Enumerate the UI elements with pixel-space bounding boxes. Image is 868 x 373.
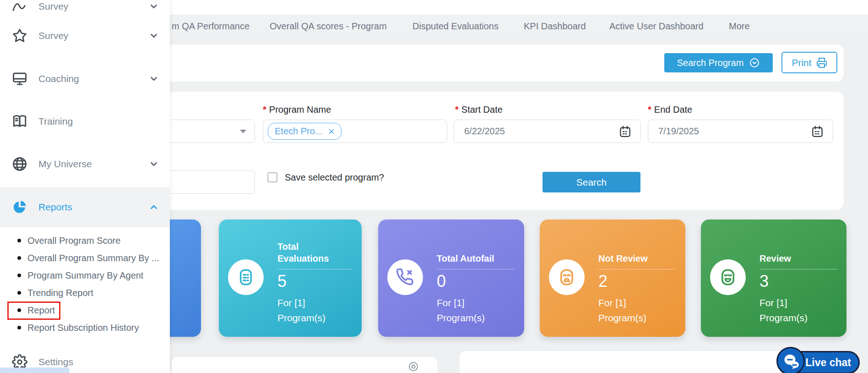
sidebar-item-label: Survey xyxy=(38,1,149,12)
end-date-input[interactable]: 7/19/2025 xyxy=(648,120,833,143)
happy-face-icon xyxy=(710,259,746,295)
live-chat-label: Live chat xyxy=(805,357,851,369)
start-date-input[interactable]: 6/22/2025 xyxy=(454,120,641,143)
bullet-icon xyxy=(17,291,21,295)
sidebar-item-label: My Universe xyxy=(38,159,149,170)
sidebar-item-label: Coaching xyxy=(38,73,149,84)
stat-divider xyxy=(437,269,515,269)
print-label: Print xyxy=(792,57,811,68)
sad-face-icon xyxy=(549,259,585,295)
hidden-left-select[interactable] xyxy=(156,120,255,143)
save-program-checkbox-label: Save selected program? xyxy=(285,172,384,183)
stat-value: 5 xyxy=(277,272,353,291)
stat-title: Not Review xyxy=(598,240,665,264)
globe-icon xyxy=(12,156,27,172)
phone-x-icon xyxy=(387,259,423,295)
sidebar-item-survey-partial[interactable]: Survey xyxy=(0,0,170,19)
stat-divider xyxy=(277,269,353,269)
sidebar-item-training[interactable]: Training xyxy=(0,109,170,134)
sidebar-item-coaching[interactable]: Coaching xyxy=(0,66,170,92)
stat-divider xyxy=(760,269,837,269)
chevron-down-icon xyxy=(149,31,159,41)
stat-subtitle: For [1]Program(s) xyxy=(277,295,353,325)
report-highlight-box xyxy=(7,302,60,320)
chip-close-icon[interactable] xyxy=(328,128,335,135)
save-program-checkbox[interactable] xyxy=(267,172,277,182)
sidebar: Survey Survey Coaching xyxy=(0,0,170,373)
tab-active-user-dashboard[interactable]: Active User Dashboard xyxy=(609,15,704,38)
stat-title: Review xyxy=(760,240,826,264)
required-asterisk: * xyxy=(263,104,266,115)
sidebar-item-label: Training xyxy=(38,116,170,127)
bottom-left-card xyxy=(172,357,437,373)
stat-value: 3 xyxy=(760,272,837,291)
chevron-circle-down-icon xyxy=(749,57,760,68)
stat-card-total-evaluations: Total Evaluations 5 For [1]Program(s) xyxy=(219,219,362,337)
bullet-icon xyxy=(17,326,21,329)
tab-kpi-dashboard[interactable]: KPI Dashboard xyxy=(524,15,586,38)
search-form-card: * Program Name * Start Date * End Date E… xyxy=(156,92,844,210)
dropdown-caret-icon xyxy=(240,130,246,133)
stat-card-not-review: Not Review 2 For [1]Program(s) xyxy=(540,219,685,337)
stat-title: Total Autofail xyxy=(437,240,503,264)
app-screen: m QA Performance Overall QA scores - Pro… xyxy=(0,0,868,373)
stat-title: Total Evaluations xyxy=(277,240,344,264)
chevron-up-icon xyxy=(149,202,159,212)
pulse-icon xyxy=(12,0,27,14)
print-button[interactable]: Print xyxy=(781,52,837,73)
tab-team-qa-performance[interactable]: m QA Performance xyxy=(172,15,250,38)
bullet-icon xyxy=(17,256,21,260)
start-date-label: * Start Date xyxy=(455,104,503,115)
calendar-icon[interactable] xyxy=(811,125,824,137)
target-icon[interactable] xyxy=(408,361,419,372)
required-asterisk: * xyxy=(648,104,651,115)
required-asterisk: * xyxy=(455,104,459,115)
submenu-overall-program-score[interactable]: Overall Program Score xyxy=(0,232,170,249)
stat-subtitle: For [1]Program(s) xyxy=(598,295,676,325)
star-icon xyxy=(12,28,27,44)
tooltip-fragment xyxy=(0,368,70,373)
search-button[interactable]: Search xyxy=(542,172,640,192)
search-program-button[interactable]: Search Program xyxy=(664,53,773,72)
stat-divider xyxy=(598,269,676,269)
chevron-down-icon xyxy=(149,1,159,11)
chevron-down-icon xyxy=(149,159,159,169)
monitor-icon xyxy=(12,71,27,87)
stat-value: 2 xyxy=(598,272,676,291)
end-date-value: 7/19/2025 xyxy=(648,126,811,137)
program-chip[interactable]: Etech Pro... xyxy=(268,123,342,140)
bullet-icon xyxy=(17,274,21,277)
sidebar-item-label: Reports xyxy=(38,202,149,213)
search-program-label: Search Program xyxy=(677,58,744,68)
printer-icon xyxy=(816,57,827,68)
live-chat-bubble-icon[interactable] xyxy=(776,347,805,373)
stat-card-total-autofail: Total Autofail 0 For [1]Program(s) xyxy=(378,219,524,337)
chevron-down-icon xyxy=(149,74,159,84)
header-card: Search Program Print xyxy=(156,44,844,82)
sidebar-item-reports[interactable]: Reports xyxy=(0,187,170,227)
book-icon xyxy=(12,114,27,129)
end-date-label: * End Date xyxy=(648,104,692,115)
submenu-report-subscription-history[interactable]: Report Subscription History xyxy=(0,319,170,336)
bullet-icon xyxy=(17,239,21,242)
calendar-icon[interactable] xyxy=(619,125,631,137)
stat-subtitle: For [1]Program(s) xyxy=(760,295,837,325)
sidebar-item-my-universe[interactable]: My Universe xyxy=(0,151,170,177)
sidebar-item-label: Survey xyxy=(38,30,149,41)
submenu-trending-report[interactable]: Trending Report xyxy=(0,284,170,302)
sidebar-item-label: Settings xyxy=(38,357,170,368)
sidebar-item-survey[interactable]: Survey xyxy=(0,23,170,49)
tab-more[interactable]: More xyxy=(729,15,750,38)
program-name-multiselect[interactable]: Etech Pro... xyxy=(263,120,447,143)
stat-subtitle: For [1]Program(s) xyxy=(437,295,515,325)
start-date-value: 6/22/2025 xyxy=(454,126,619,137)
program-chip-label: Etech Pro... xyxy=(275,126,323,137)
list-icon xyxy=(228,259,264,295)
tab-overall-qa-scores-program[interactable]: Overall QA scores - Program xyxy=(270,15,387,38)
pie-chart-icon xyxy=(12,199,27,215)
submenu-program-summary-by-agent[interactable]: Program Summary By Agent xyxy=(0,267,170,284)
tab-disputed-evaluations[interactable]: Disputed Evaluations xyxy=(412,15,499,38)
hidden-left-input[interactable] xyxy=(156,170,255,194)
stat-value: 0 xyxy=(437,272,515,291)
submenu-overall-program-summary-by[interactable]: Overall Program Summary By ... xyxy=(0,249,170,267)
